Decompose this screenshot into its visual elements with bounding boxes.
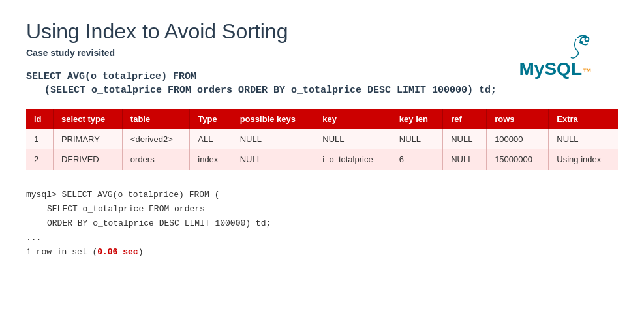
code-block: mysql> SELECT AVG(o_totalprice) FROM ( S… [26, 188, 618, 259]
table-cell: 100000 [487, 129, 549, 149]
col-header-table: table [122, 109, 189, 129]
table-cell: 2 [26, 149, 53, 170]
code-line-5-end: ) [138, 247, 144, 257]
table-cell: index [190, 149, 232, 170]
col-header-key-len: key len [391, 109, 442, 129]
table-cell: i_o_totalprice [314, 149, 391, 170]
table-cell: DERIVED [53, 149, 122, 170]
table-cell: PRIMARY [53, 129, 122, 149]
code-line-1: mysql> SELECT AVG(o_totalprice) FROM ( [26, 188, 618, 202]
table-cell: NULL [232, 129, 314, 149]
col-header-id: id [26, 109, 53, 129]
result-table: id select type table Type possible keys … [26, 109, 618, 170]
code-line-4: ... [26, 231, 618, 245]
svg-point-0 [582, 36, 586, 38]
col-header-key: key [314, 109, 391, 129]
table-cell: NULL [443, 149, 487, 170]
mysql-trademark: ™ [583, 67, 592, 77]
col-header-select-type: select type [53, 109, 122, 129]
code-line-2: SELECT o_totalprice FROM orders [47, 202, 618, 216]
table-cell: NULL [391, 129, 442, 149]
table-cell: NULL [549, 129, 618, 149]
table-cell: 6 [391, 149, 442, 170]
table-row: 2DERIVEDordersindexNULLi_o_totalprice6NU… [26, 149, 618, 170]
table-header-row: id select type table Type possible keys … [26, 109, 618, 129]
sql-heading-line2: (SELECT o_totalprice FROM orders ORDER B… [44, 85, 618, 96]
table-cell: 1 [26, 129, 53, 149]
mysql-text: MySQL [519, 59, 582, 80]
col-header-ref: ref [443, 109, 487, 129]
table-cell: Using index [549, 149, 618, 170]
code-line-3: ORDER BY o_totalprice DESC LIMIT 100000)… [47, 216, 618, 231]
code-row-label: 1 row in set ( [26, 247, 97, 257]
code-line-5: 1 row in set (0.06 sec) [26, 245, 618, 259]
table-cell: NULL [232, 149, 314, 170]
col-header-type: Type [190, 109, 232, 129]
table-cell: <derived2> [122, 129, 189, 149]
table-cell: NULL [314, 129, 391, 149]
mysql-logo: MySQL ™ [519, 33, 592, 80]
col-header-extra: Extra [549, 109, 618, 129]
table-cell: NULL [443, 129, 487, 149]
col-header-possible-keys: possible keys [232, 109, 314, 129]
table-cell: ALL [190, 129, 232, 149]
table-cell: orders [122, 149, 189, 170]
code-time-value: 0.06 sec [97, 247, 138, 257]
col-header-rows: rows [487, 109, 549, 129]
table-cell: 15000000 [487, 149, 549, 170]
table-row: 1PRIMARY<derived2>ALLNULLNULLNULLNULL100… [26, 129, 618, 149]
